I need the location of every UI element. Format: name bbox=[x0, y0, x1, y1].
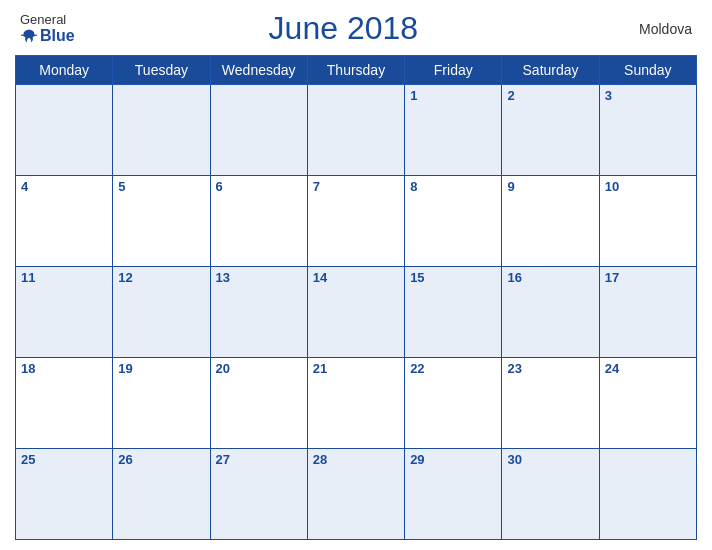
calendar-cell: 4 bbox=[16, 176, 113, 267]
calendar-cell: 27 bbox=[210, 449, 307, 540]
day-number: 20 bbox=[216, 361, 230, 376]
day-number: 8 bbox=[410, 179, 417, 194]
logo-blue-container: Blue bbox=[20, 27, 75, 45]
day-number: 27 bbox=[216, 452, 230, 467]
weekday-header-sunday: Sunday bbox=[599, 56, 696, 85]
day-number: 22 bbox=[410, 361, 424, 376]
calendar-cell: 23 bbox=[502, 358, 599, 449]
calendar-cell: 3 bbox=[599, 85, 696, 176]
day-number: 9 bbox=[507, 179, 514, 194]
calendar-cell: 26 bbox=[113, 449, 210, 540]
calendar-cell bbox=[113, 85, 210, 176]
calendar-cell: 8 bbox=[405, 176, 502, 267]
day-number: 3 bbox=[605, 88, 612, 103]
calendar-body: 1234567891011121314151617181920212223242… bbox=[16, 85, 697, 540]
calendar-cell: 21 bbox=[307, 358, 404, 449]
logo-general-text: General bbox=[20, 12, 66, 27]
weekday-header-friday: Friday bbox=[405, 56, 502, 85]
week-row-1: 123 bbox=[16, 85, 697, 176]
day-number: 1 bbox=[410, 88, 417, 103]
day-number: 5 bbox=[118, 179, 125, 194]
calendar-header: General Blue June 2018 Moldova bbox=[15, 10, 697, 47]
calendar-cell: 15 bbox=[405, 267, 502, 358]
calendar-cell: 12 bbox=[113, 267, 210, 358]
day-number: 2 bbox=[507, 88, 514, 103]
day-number: 13 bbox=[216, 270, 230, 285]
calendar-cell: 18 bbox=[16, 358, 113, 449]
calendar-cell: 16 bbox=[502, 267, 599, 358]
calendar-cell: 29 bbox=[405, 449, 502, 540]
day-number: 30 bbox=[507, 452, 521, 467]
logo-blue-text: Blue bbox=[40, 27, 75, 45]
day-number: 12 bbox=[118, 270, 132, 285]
weekday-header-thursday: Thursday bbox=[307, 56, 404, 85]
country-name: Moldova bbox=[612, 21, 692, 37]
day-number: 15 bbox=[410, 270, 424, 285]
calendar-cell: 10 bbox=[599, 176, 696, 267]
weekday-header-monday: Monday bbox=[16, 56, 113, 85]
logo-bird-icon bbox=[20, 27, 38, 45]
calendar-cell bbox=[599, 449, 696, 540]
day-number: 10 bbox=[605, 179, 619, 194]
calendar-title: June 2018 bbox=[269, 10, 418, 47]
day-number: 11 bbox=[21, 270, 35, 285]
logo: General Blue bbox=[20, 12, 75, 45]
calendar-cell: 22 bbox=[405, 358, 502, 449]
calendar-cell: 6 bbox=[210, 176, 307, 267]
calendar-cell: 24 bbox=[599, 358, 696, 449]
calendar-cell: 9 bbox=[502, 176, 599, 267]
calendar-table: MondayTuesdayWednesdayThursdayFridaySatu… bbox=[15, 55, 697, 540]
calendar-cell: 5 bbox=[113, 176, 210, 267]
calendar-cell: 25 bbox=[16, 449, 113, 540]
day-number: 19 bbox=[118, 361, 132, 376]
calendar-cell: 30 bbox=[502, 449, 599, 540]
day-number: 18 bbox=[21, 361, 35, 376]
day-number: 25 bbox=[21, 452, 35, 467]
calendar-cell: 14 bbox=[307, 267, 404, 358]
day-number: 6 bbox=[216, 179, 223, 194]
day-number: 29 bbox=[410, 452, 424, 467]
day-number: 26 bbox=[118, 452, 132, 467]
week-row-3: 11121314151617 bbox=[16, 267, 697, 358]
day-number: 24 bbox=[605, 361, 619, 376]
day-number: 4 bbox=[21, 179, 28, 194]
weekday-header-saturday: Saturday bbox=[502, 56, 599, 85]
calendar-cell: 2 bbox=[502, 85, 599, 176]
calendar-cell bbox=[16, 85, 113, 176]
calendar-cell bbox=[210, 85, 307, 176]
day-number: 17 bbox=[605, 270, 619, 285]
calendar-cell bbox=[307, 85, 404, 176]
calendar-cell: 28 bbox=[307, 449, 404, 540]
week-row-5: 252627282930 bbox=[16, 449, 697, 540]
calendar-header-row: MondayTuesdayWednesdayThursdayFridaySatu… bbox=[16, 56, 697, 85]
day-number: 21 bbox=[313, 361, 327, 376]
day-number: 7 bbox=[313, 179, 320, 194]
day-number: 14 bbox=[313, 270, 327, 285]
weekday-header-tuesday: Tuesday bbox=[113, 56, 210, 85]
calendar-cell: 1 bbox=[405, 85, 502, 176]
day-number: 16 bbox=[507, 270, 521, 285]
calendar-cell: 7 bbox=[307, 176, 404, 267]
calendar-cell: 11 bbox=[16, 267, 113, 358]
week-row-2: 45678910 bbox=[16, 176, 697, 267]
weekday-row: MondayTuesdayWednesdayThursdayFridaySatu… bbox=[16, 56, 697, 85]
week-row-4: 18192021222324 bbox=[16, 358, 697, 449]
calendar-cell: 13 bbox=[210, 267, 307, 358]
weekday-header-wednesday: Wednesday bbox=[210, 56, 307, 85]
calendar-cell: 20 bbox=[210, 358, 307, 449]
calendar-cell: 17 bbox=[599, 267, 696, 358]
calendar-cell: 19 bbox=[113, 358, 210, 449]
day-number: 28 bbox=[313, 452, 327, 467]
day-number: 23 bbox=[507, 361, 521, 376]
